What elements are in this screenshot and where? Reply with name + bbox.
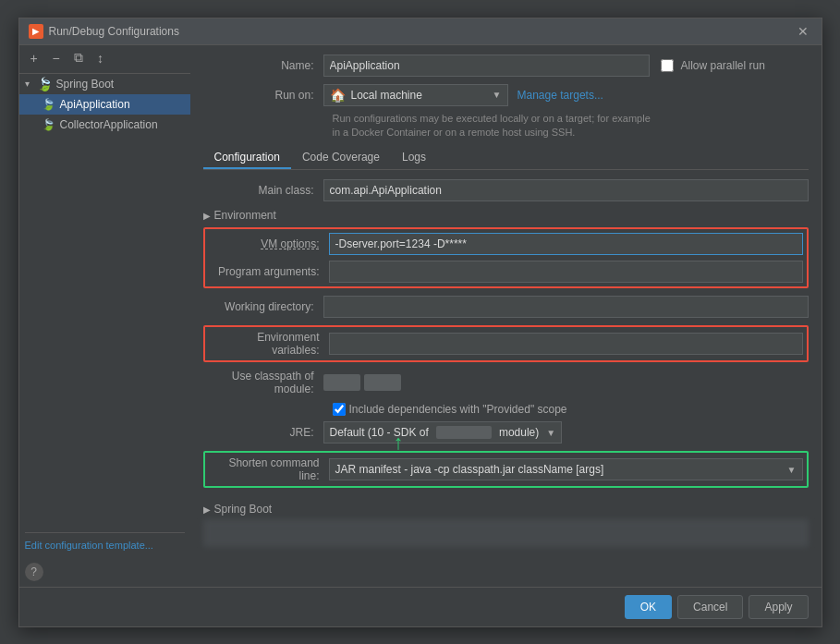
sidebar-item-spring-boot-group[interactable]: ▾ 🍃 Spring Boot	[19, 74, 190, 94]
shorten-cmd-dropdown[interactable]: JAR manifest - java -cp classpath.jar cl…	[329, 458, 803, 480]
expand-icon: ▾	[25, 79, 38, 89]
dialog-icon: ▶	[29, 24, 43, 39]
spring-boot-blurred-content	[203, 519, 809, 547]
info-line1: Run configurations may be executed local…	[333, 113, 651, 124]
include-deps-label: Include dependencies with "Provided" sco…	[349, 403, 567, 416]
sidebar: + − ⧉ ↕ ▾ 🍃 Spring Boot 🍃 ApiApplication	[19, 45, 190, 587]
title-bar: ▶ Run/Debug Configurations ✕	[19, 18, 822, 45]
jre-value: Default (10 - SDK of	[330, 426, 429, 439]
ok-button[interactable]: OK	[625, 595, 672, 619]
allow-parallel-label: Allow parallel run	[681, 59, 765, 72]
collector-app-label: CollectorApplication	[60, 118, 158, 131]
name-input[interactable]	[323, 55, 650, 77]
program-args-label: Program arguments:	[209, 265, 329, 278]
program-args-input[interactable]	[329, 261, 803, 283]
env-vars-label: Environment variables:	[209, 331, 329, 357]
main-class-row: Main class:	[203, 179, 809, 201]
main-class-label: Main class:	[203, 184, 323, 197]
program-args-row: Program arguments:	[209, 261, 803, 283]
working-dir-input[interactable]	[323, 296, 809, 318]
dialog-title: Run/Debug Configurations	[49, 25, 179, 38]
add-config-button[interactable]: +	[25, 49, 43, 67]
module-chips	[323, 374, 401, 391]
env-vars-highlight: Environment variables:	[203, 325, 809, 362]
allow-parallel-row: Allow parallel run	[661, 59, 809, 72]
jre-blurred	[436, 426, 492, 439]
module-chip-2	[364, 374, 401, 391]
environment-section-header[interactable]: ▶ Environment	[203, 209, 809, 222]
vm-program-highlight: VM options: Program arguments:	[203, 227, 809, 288]
run-on-row: Run on: 🏠 Local machine ▼ Manage targets…	[203, 84, 809, 106]
close-button[interactable]: ✕	[794, 24, 812, 39]
tab-code-coverage[interactable]: Code Coverage	[291, 147, 391, 169]
apply-button[interactable]: Apply	[749, 595, 808, 619]
jre-label: JRE:	[203, 426, 323, 439]
spring-section-header[interactable]: ▶ Spring Boot	[203, 499, 809, 519]
main-content: Name: Allow parallel run Run on: 🏠 Local…	[190, 45, 822, 587]
allow-parallel-checkbox[interactable]	[661, 59, 674, 72]
run-on-label: Run on:	[203, 89, 323, 102]
dialog-body: + − ⧉ ↕ ▾ 🍃 Spring Boot 🍃 ApiApplication	[19, 45, 822, 587]
shorten-dropdown-arrow-icon: ▼	[787, 465, 797, 475]
shorten-cmd-row: Shorten command line: JAR manifest - jav…	[209, 456, 803, 482]
manage-targets-link[interactable]: Manage targets...	[517, 89, 603, 102]
copy-config-button[interactable]: ⧉	[69, 49, 88, 67]
vm-options-row: VM options:	[209, 233, 803, 255]
working-dir-row: Working directory:	[203, 296, 809, 318]
dropdown-arrow-icon: ▼	[493, 90, 502, 100]
classpath-row: Use classpath of module:	[203, 370, 809, 395]
api-app-label: ApiApplication	[60, 98, 130, 111]
sidebar-bottom: Edit configuration template... ?	[19, 527, 190, 587]
shorten-cmd-highlight: Shorten command line: JAR manifest - jav…	[203, 451, 809, 488]
include-deps-checkbox[interactable]	[333, 403, 346, 416]
sidebar-footer: Edit configuration template... ?	[25, 532, 185, 581]
working-dir-label: Working directory:	[203, 300, 323, 313]
jre-suffix: module)	[499, 426, 539, 439]
name-label: Name:	[203, 59, 323, 72]
spring-boot-label: Spring Boot	[56, 78, 115, 91]
tabs: Configuration Code Coverage Logs	[203, 147, 809, 170]
sidebar-tree: ▾ 🍃 Spring Boot 🍃 ApiApplication 🍃 Colle…	[19, 74, 190, 527]
env-expand-icon: ▶	[203, 211, 211, 221]
sidebar-item-collector-application[interactable]: 🍃 CollectorApplication	[19, 115, 190, 135]
run-debug-dialog: ▶ Run/Debug Configurations ✕ + − ⧉ ↕ ▾ 🍃…	[18, 18, 822, 627]
shorten-cmd-label: Shorten command line:	[209, 456, 329, 482]
jre-arrow-icon: ▼	[546, 428, 555, 438]
run-on-dropdown[interactable]: 🏠 Local machine ▼	[323, 84, 508, 106]
env-vars-input[interactable]	[329, 333, 803, 355]
info-line2: in a Docker Container or on a remote hos…	[333, 127, 576, 138]
main-class-input[interactable]	[323, 179, 809, 201]
help-button[interactable]: ?	[25, 563, 43, 581]
vm-options-input[interactable]	[329, 233, 803, 255]
remove-config-button[interactable]: −	[47, 49, 66, 67]
dialog-footer: OK Cancel Apply	[19, 587, 822, 626]
jre-row: JRE: Default (10 - SDK of module) ▼	[203, 421, 809, 444]
environment-label: Environment	[214, 209, 276, 222]
info-text: Run configurations may be executed local…	[333, 112, 809, 140]
api-app-icon: 🍃	[42, 97, 56, 112]
classpath-label: Use classpath of module:	[203, 370, 323, 395]
shorten-cmd-value: JAR manifest - java -cp classpath.jar cl…	[335, 463, 604, 476]
sidebar-item-api-application[interactable]: 🍃 ApiApplication	[19, 94, 190, 115]
module-chip-1	[323, 374, 360, 391]
sort-config-button[interactable]: ↕	[91, 49, 110, 67]
collector-app-icon: 🍃	[42, 117, 56, 132]
spring-boot-section-label: Spring Boot	[214, 503, 273, 516]
jre-dropdown[interactable]: Default (10 - SDK of module) ▼	[323, 421, 563, 444]
tab-logs[interactable]: Logs	[391, 147, 437, 169]
title-left: ▶ Run/Debug Configurations	[29, 24, 179, 39]
edit-template-link[interactable]: Edit configuration template...	[25, 540, 153, 551]
sidebar-toolbar: + − ⧉ ↕	[19, 45, 190, 74]
vm-options-label: VM options:	[209, 237, 329, 250]
spring-boot-section: ▶ Spring Boot	[203, 499, 809, 547]
arrow-container: Shorten command line: JAR manifest - jav…	[209, 456, 803, 482]
name-row: Name: Allow parallel run	[203, 55, 809, 77]
green-arrow-annotation: ↑	[394, 431, 404, 455]
env-vars-row: Environment variables:	[209, 331, 803, 357]
cancel-button[interactable]: Cancel	[677, 595, 743, 619]
spring-expand-icon: ▶	[203, 504, 211, 515]
include-deps-row: Include dependencies with "Provided" sco…	[333, 403, 809, 416]
tab-configuration[interactable]: Configuration	[203, 147, 291, 169]
spring-boot-icon: 🍃	[38, 77, 53, 91]
run-on-value: Local machine	[351, 89, 422, 102]
